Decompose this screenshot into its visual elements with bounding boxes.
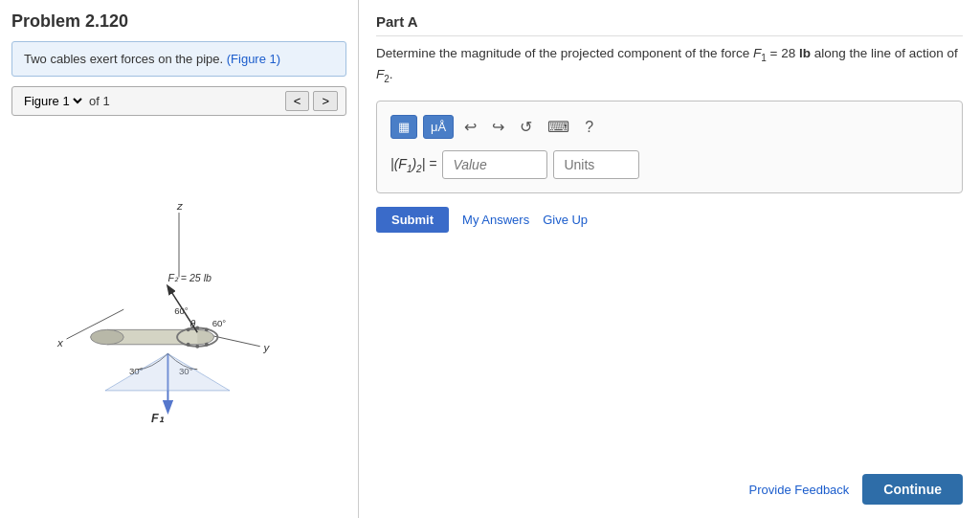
svg-text:θ: θ bbox=[190, 318, 196, 329]
svg-text:F₁: F₁ bbox=[151, 412, 165, 425]
figure-area: z x y bbox=[11, 122, 346, 507]
svg-text:y: y bbox=[263, 342, 271, 353]
svg-marker-29 bbox=[105, 353, 230, 391]
figure-diagram: z x y bbox=[26, 190, 332, 439]
right-panel: Part A Determine the magnitude of the pr… bbox=[359, 0, 980, 518]
svg-text:x: x bbox=[56, 337, 64, 349]
give-up-link[interactable]: Give Up bbox=[543, 213, 588, 227]
continue-button[interactable]: Continue bbox=[862, 474, 963, 505]
svg-text:F₂ = 25 lb: F₂ = 25 lb bbox=[167, 272, 212, 283]
svg-point-17 bbox=[205, 343, 209, 347]
answer-area: ▦ μÅ ↩ ↪ ↺ ⌨ ? |(F1)2| = bbox=[376, 101, 963, 193]
mu-icon: μÅ bbox=[431, 120, 446, 134]
question-text: Determine the magnitude of the projected… bbox=[376, 44, 963, 85]
left-panel: Problem 2.120 Two cables exert forces on… bbox=[0, 0, 359, 518]
my-answers-link[interactable]: My Answers bbox=[462, 213, 529, 227]
value-input[interactable] bbox=[442, 150, 547, 179]
submit-button[interactable]: Submit bbox=[376, 207, 449, 233]
part-label: Part A bbox=[376, 13, 963, 36]
keyboard-button[interactable]: ⌨ bbox=[543, 116, 574, 138]
figure-next-button[interactable]: > bbox=[313, 91, 338, 111]
bottom-row: Provide Feedback Continue bbox=[376, 474, 963, 505]
refresh-button[interactable]: ↺ bbox=[515, 116, 537, 138]
redo-button[interactable]: ↪ bbox=[487, 116, 509, 138]
problem-title: Problem 2.120 bbox=[11, 11, 346, 32]
figure-nav: Figure 1 of 1 < > bbox=[11, 86, 346, 116]
input-row: |(F1)2| = bbox=[390, 150, 948, 179]
provide-feedback-link[interactable]: Provide Feedback bbox=[749, 483, 850, 497]
toolbar: ▦ μÅ ↩ ↪ ↺ ⌨ ? bbox=[390, 115, 948, 139]
description-text: Two cables exert forces on the pipe. bbox=[24, 52, 223, 66]
svg-text:60°: 60° bbox=[174, 305, 189, 316]
help-button[interactable]: ? bbox=[580, 117, 598, 138]
figure-select[interactable]: Figure 1 bbox=[20, 93, 85, 109]
input-label: |(F1)2| = bbox=[390, 156, 436, 174]
svg-point-12 bbox=[195, 327, 199, 330]
svg-text:z: z bbox=[176, 200, 183, 212]
matrix-icon: ▦ bbox=[398, 120, 410, 134]
problem-description: Two cables exert forces on the pipe. (Fi… bbox=[11, 41, 346, 77]
of-label: of 1 bbox=[89, 94, 281, 108]
keyboard-icon: ⌨ bbox=[547, 119, 569, 135]
figure-link[interactable]: (Figure 1) bbox=[227, 52, 280, 66]
submit-row: Submit My Answers Give Up bbox=[376, 207, 963, 233]
mu-button[interactable]: μÅ bbox=[423, 115, 454, 139]
undo-button[interactable]: ↩ bbox=[459, 116, 481, 138]
svg-point-10 bbox=[91, 329, 124, 344]
matrix-button[interactable]: ▦ bbox=[390, 115, 417, 139]
units-input[interactable] bbox=[553, 150, 639, 179]
figure-prev-button[interactable]: < bbox=[285, 91, 310, 111]
svg-point-13 bbox=[195, 345, 199, 349]
svg-text:60°: 60° bbox=[212, 318, 227, 328]
svg-point-15 bbox=[205, 327, 209, 331]
svg-point-16 bbox=[187, 343, 190, 347]
